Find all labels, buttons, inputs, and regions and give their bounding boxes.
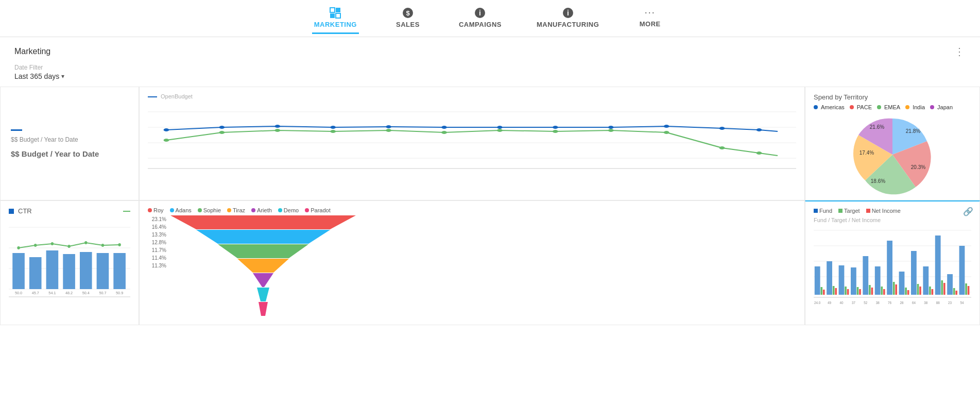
svg-text:23: 23 (948, 301, 952, 305)
pie-chart-svg: 21.8% 20.3% 18.6% 17.4% 21.6% (851, 113, 934, 196)
spend-line-svg (148, 102, 796, 174)
svg-point-35 (664, 131, 669, 134)
legend-pace: PACE (850, 104, 872, 110)
svg-rect-83 (821, 287, 823, 295)
svg-point-22 (608, 126, 614, 129)
date-filter-area: Date Filter Last 365 days ▾ (0, 62, 980, 87)
funnel-svg (170, 215, 356, 316)
svg-rect-116 (953, 288, 955, 295)
svg-rect-106 (911, 251, 917, 295)
svg-rect-93 (859, 289, 861, 295)
card-funnel: Roy Adans Sophie Tiraz Arieth Demo Parad… (139, 200, 805, 325)
nav-label-campaigns: CAMPAIGNS (459, 21, 502, 28)
svg-rect-94 (863, 256, 868, 295)
svg-point-27 (219, 131, 225, 134)
svg-text:48.2: 48.2 (65, 291, 73, 295)
svg-marker-74 (253, 273, 273, 287)
svg-marker-71 (196, 230, 330, 244)
nav-label-manufacturing: MANUFACTURING (537, 21, 599, 28)
svg-point-30 (386, 129, 391, 132)
nav-item-marketing[interactable]: MARKETING (312, 3, 359, 34)
svg-rect-113 (941, 280, 943, 295)
legend-item-fund: Fund (814, 208, 832, 214)
svg-point-29 (330, 130, 336, 133)
svg-text:52: 52 (864, 301, 867, 305)
svg-point-55 (17, 246, 20, 249)
svg-point-28 (274, 129, 280, 132)
spend-territory-title: Spend by Territory (814, 93, 971, 101)
pie-legend: Americas PACE EMEA India Japan (814, 104, 971, 110)
svg-rect-102 (895, 284, 897, 295)
budget-label: $$ Budget / Year to Date (11, 136, 78, 143)
svg-rect-101 (893, 282, 895, 295)
svg-text:50.4: 50.4 (82, 291, 90, 295)
svg-point-16 (274, 125, 280, 128)
svg-text:24.0: 24.0 (814, 301, 821, 305)
svg-rect-87 (835, 288, 837, 295)
nav-label-more: MORE (640, 20, 661, 28)
nav-item-more[interactable]: ··· MORE (632, 3, 668, 33)
funnel-legend: Roy Adans Sophie Tiraz Arieth Demo Parad… (148, 207, 796, 213)
svg-rect-54 (113, 253, 126, 289)
svg-point-19 (441, 126, 447, 129)
svg-rect-91 (851, 267, 856, 295)
ctr-title: CTR (18, 207, 32, 215)
card-spend-territory: Spend by Territory Americas PACE EMEA In… (805, 87, 980, 200)
budget-indicator (11, 129, 22, 131)
card-budget-ytd: $$ Budget / Year to Date $$ Budget / Yea… (0, 87, 139, 200)
svg-rect-2 (330, 13, 335, 18)
legend-india: India (905, 104, 925, 110)
funnel-legend-item-sophie: Sophie (198, 207, 221, 213)
card-bar-chart: 🔗 Fund Target Net Income Fund / Target /… (805, 200, 980, 325)
funnel-legend-item-tiraz: Tiraz (227, 207, 245, 213)
chevron-down-icon: ▾ (61, 73, 64, 80)
funnel-legend-item-arieth: Arieth (251, 207, 272, 213)
svg-rect-118 (959, 246, 965, 295)
date-filter-dropdown[interactable]: Last 365 days ▾ (14, 72, 966, 80)
bar-chart-subtitle: Fund / Target / Net Income (814, 217, 971, 223)
svg-rect-107 (917, 284, 919, 295)
svg-rect-48 (12, 253, 25, 289)
svg-text:28: 28 (900, 301, 904, 305)
nav-item-campaigns[interactable]: i CAMPAIGNS (457, 3, 504, 34)
svg-text:64: 64 (912, 301, 916, 305)
legend-japan: Japan (930, 104, 953, 110)
svg-point-20 (497, 126, 503, 129)
svg-text:17.4%: 17.4% (859, 150, 874, 156)
svg-rect-84 (823, 290, 825, 295)
funnel-labels: 23.1% 16.4% 13.3% 12.8% 11.7% 11.4% 11.3… (148, 215, 166, 268)
page-header: Marketing ⋮ (0, 37, 980, 62)
svg-rect-97 (875, 266, 881, 295)
nav-item-sales[interactable]: $ SALES (390, 3, 426, 34)
svg-point-15 (219, 126, 225, 129)
svg-text:20.3%: 20.3% (911, 164, 925, 170)
manufacturing-icon: i (562, 7, 574, 19)
svg-point-14 (164, 128, 169, 131)
svg-text:37: 37 (852, 301, 855, 305)
card-ctr: CTR 50.0 4 (0, 200, 139, 325)
svg-point-31 (441, 131, 447, 134)
link-icon[interactable]: 🔗 (963, 207, 973, 216)
svg-marker-75 (257, 288, 269, 301)
sales-icon: $ (402, 7, 414, 19)
marketing-icon (330, 7, 341, 19)
svg-text:21.6%: 21.6% (870, 124, 884, 130)
more-options-button[interactable]: ⋮ (954, 45, 966, 58)
svg-text:54: 54 (960, 301, 964, 305)
svg-rect-85 (827, 261, 832, 295)
svg-marker-70 (170, 215, 356, 229)
svg-rect-108 (919, 287, 921, 295)
svg-text:38: 38 (924, 301, 927, 305)
svg-text:49: 49 (828, 301, 831, 305)
svg-text:50.9: 50.9 (116, 291, 123, 295)
svg-point-33 (553, 130, 558, 133)
nav-label-marketing: MARKETING (314, 21, 357, 28)
svg-rect-86 (833, 286, 835, 295)
svg-text:38: 38 (876, 301, 880, 305)
legend-dot-japan (930, 105, 934, 109)
ctr-bar-legend (9, 209, 14, 214)
svg-point-32 (497, 129, 503, 132)
nav-item-manufacturing[interactable]: i MANUFACTURING (535, 3, 601, 34)
svg-rect-49 (29, 257, 42, 289)
date-filter-label: Date Filter (14, 64, 966, 71)
